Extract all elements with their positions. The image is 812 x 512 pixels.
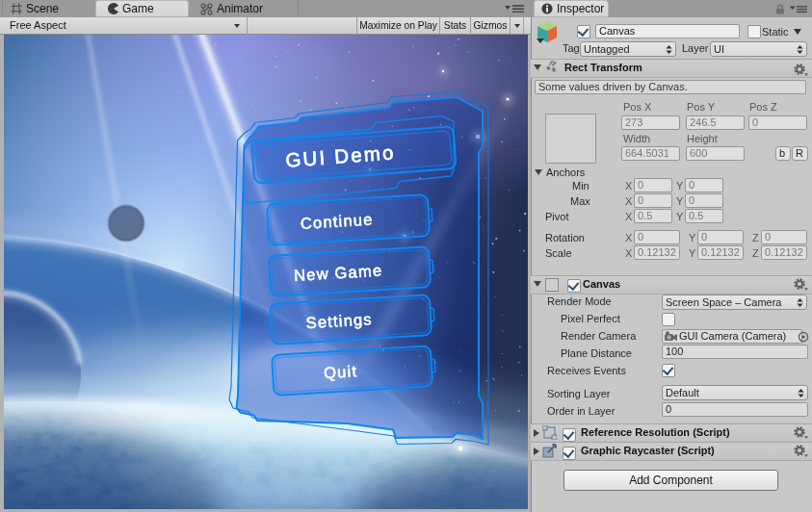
svg-text:Quit: Quit [324, 362, 358, 381]
